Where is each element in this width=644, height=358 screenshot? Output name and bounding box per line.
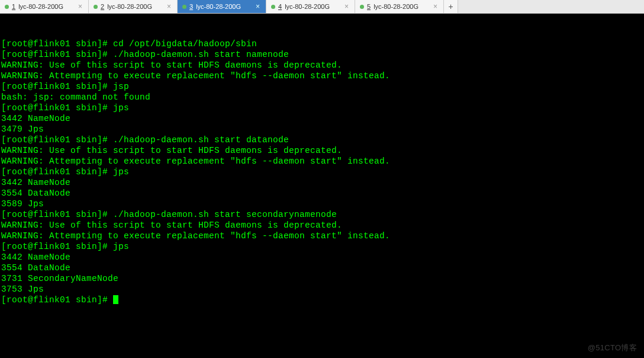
terminal-line: 3554 DataNode [1, 263, 643, 273]
connection-dot-icon [5, 5, 9, 9]
terminal-line: [root@flink01 sbin]# ./hadoop-daemon.sh … [1, 49, 643, 60]
terminal-line: [root@flink01 sbin]# jps [1, 241, 643, 252]
terminal-prompt-line[interactable]: [root@flink01 sbin]# [1, 295, 643, 305]
tab-4[interactable]: 4lyc-80-28-200G× [266, 0, 355, 13]
cursor-icon [113, 295, 118, 304]
tab-2[interactable]: 2lyc-80-28-200G× [89, 0, 178, 13]
terminal-line: WARNING: Use of this script to start HDF… [1, 145, 643, 156]
close-icon[interactable]: × [255, 2, 261, 11]
terminal-line: [root@flink01 sbin]# jps [1, 103, 643, 113]
tab-label: lyc-80-28-200G [18, 3, 63, 10]
terminal-line: [root@flink01 sbin]# cd /opt/bigdata/had… [1, 39, 643, 49]
tab-number: 4 [278, 3, 282, 10]
terminal-line: WARNING: Attempting to execute replaceme… [1, 71, 643, 81]
terminal-line: [root@flink01 sbin]# jps [1, 167, 643, 177]
tab-label: lyc-80-28-200G [107, 3, 152, 10]
connection-dot-icon [360, 5, 364, 9]
connection-dot-icon [94, 5, 98, 9]
close-icon[interactable]: × [77, 2, 83, 11]
add-tab-button[interactable]: + [444, 0, 458, 13]
terminal-prompt: [root@flink01 sbin]# [1, 295, 113, 305]
terminal-line: 3554 DataNode [1, 188, 643, 199]
terminal-line: 3442 NameNode [1, 113, 643, 124]
tab-number: 3 [189, 3, 193, 10]
tab-3[interactable]: 3lyc-80-28-200G× [178, 0, 266, 13]
tab-label: lyc-80-28-200G [196, 3, 241, 10]
terminal-line: 3731 SecondaryNameNode [1, 273, 643, 284]
tab-number: 5 [367, 3, 371, 10]
tab-number: 1 [12, 3, 15, 10]
close-icon[interactable]: × [166, 2, 172, 11]
tab-1[interactable]: 1lyc-80-28-200G× [0, 0, 89, 13]
terminal-line: 3589 Jps [1, 199, 643, 209]
terminal-line: WARNING: Use of this script to start HDF… [1, 60, 643, 71]
terminal-line: WARNING: Attempting to execute replaceme… [1, 231, 643, 241]
terminal-line: bash: jsp: command not found [1, 92, 643, 103]
terminal-line: 3479 Jps [1, 124, 643, 135]
terminal-area[interactable]: [root@flink01 sbin]# cd /opt/bigdata/had… [0, 14, 644, 358]
close-icon[interactable]: × [432, 2, 439, 11]
terminal-line: WARNING: Attempting to execute replaceme… [1, 156, 643, 167]
connection-dot-icon [271, 5, 275, 9]
close-icon[interactable]: × [343, 2, 350, 11]
connection-dot-icon [182, 5, 186, 9]
terminal-line: 3442 NameNode [1, 177, 643, 188]
tab-5[interactable]: 5lyc-80-28-200G× [355, 0, 444, 13]
terminal-line: [root@flink01 sbin]# jsp [1, 81, 643, 92]
tab-number: 2 [101, 3, 104, 10]
watermark: @51CTO博客 [588, 343, 637, 353]
terminal-line: 3753 Jps [1, 284, 643, 295]
terminal-line: 3442 NameNode [1, 252, 643, 263]
terminal-line: [root@flink01 sbin]# ./hadoop-daemon.sh … [1, 135, 643, 145]
tab-label: lyc-80-28-200G [373, 3, 418, 10]
tab-bar: 1lyc-80-28-200G×2lyc-80-28-200G×3lyc-80-… [0, 0, 644, 14]
terminal-line: [root@flink01 sbin]# ./hadoop-daemon.sh … [1, 209, 643, 220]
terminal-line: WARNING: Use of this script to start HDF… [1, 220, 643, 231]
tab-label: lyc-80-28-200G [285, 3, 330, 10]
